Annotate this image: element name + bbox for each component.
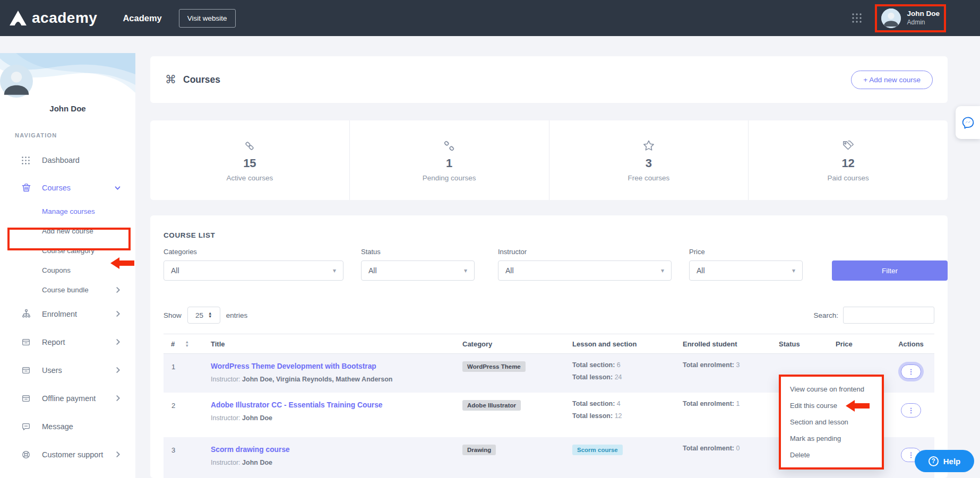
row-context-menu: View course on frontend Edit this course… (779, 375, 884, 470)
sidebar-menu: Dashboard Courses Manage courses Add new… (0, 146, 135, 468)
table-header-row: # ▴▾ Title Category Lesson and section E… (164, 334, 934, 354)
add-new-course-button[interactable]: + Add new course (851, 71, 933, 89)
stat-label: Pending courses (423, 174, 476, 182)
sidebar-avatar (0, 65, 135, 98)
stat-label: Active courses (226, 174, 273, 182)
sidebar-item-course-bundle[interactable]: Course bundle (0, 280, 135, 300)
sidebar-item-courses[interactable]: Courses (0, 174, 135, 202)
filter-instructor: Instructor All ▾ (498, 248, 672, 281)
sidebar-item-label: Enrolment (42, 310, 77, 318)
stat-free-courses: 3 Free courses (549, 120, 749, 200)
category-badge: Adobe Illustrator (462, 400, 521, 411)
stats-card: 15 Active courses 1 Pending courses 3 Fr… (150, 120, 948, 200)
sort-icon[interactable]: ▴▾ (186, 340, 188, 347)
sidebar-item-offline-payment[interactable]: Offline payment (0, 384, 135, 412)
help-button[interactable]: ? Help (915, 450, 974, 472)
row-actions-button[interactable]: ⋮ (901, 364, 921, 379)
page-size-select[interactable]: 25 ▲▼ (187, 307, 220, 324)
col-header-category: Category (462, 340, 572, 348)
courses-basket-icon (21, 183, 32, 193)
filter-label: Categories (164, 248, 343, 256)
chevron-right-icon (116, 395, 121, 401)
dots-vertical-icon: ⋮ (908, 451, 915, 459)
archive-box-icon (21, 337, 32, 347)
sidebar-item-label: Report (42, 338, 65, 346)
filter-label: Status (361, 248, 475, 256)
visit-website-button[interactable]: Visit website (179, 9, 236, 28)
stepper-icon: ▲▼ (208, 312, 212, 319)
chevron-right-icon (116, 311, 121, 317)
filter-categories: Categories All ▾ (164, 248, 343, 281)
price-select[interactable]: All ▾ (689, 260, 803, 281)
dashboard-icon (21, 156, 32, 165)
apps-grid-icon[interactable] (852, 13, 862, 23)
submenu-item-label: Add new course (42, 227, 93, 235)
stat-value: 3 (646, 157, 652, 170)
sidebar-item-enrolment[interactable]: Enrolment (0, 300, 135, 328)
sidebar-item-coupons[interactable]: Coupons (0, 260, 135, 280)
site-name: Academy (123, 13, 161, 23)
filter-price: Price All ▾ (689, 248, 803, 281)
user-menu[interactable]: John Doe Admin (875, 4, 946, 32)
categories-select[interactable]: All ▾ (164, 260, 343, 281)
category-badge: Drawing (462, 445, 496, 455)
sidebar-item-manage-courses[interactable]: Manage courses (0, 202, 135, 221)
archive-box-icon (21, 394, 32, 403)
sidebar-item-label: Offline payment (42, 394, 96, 403)
menu-item-delete[interactable]: Delete (781, 447, 882, 463)
search-input[interactable] (843, 307, 934, 324)
sidebar-item-dashboard[interactable]: Dashboard (0, 146, 135, 174)
row-actions-button[interactable]: ⋮ (901, 403, 921, 418)
chevron-right-icon (116, 451, 121, 457)
annotation-arrow-edit-course (846, 400, 870, 412)
enrolled-cell: Total enrolment: 1 (683, 400, 779, 407)
filter-button[interactable]: Filter (832, 260, 948, 281)
sidebar-item-course-category[interactable]: Course category (0, 241, 135, 260)
row-number: 2 (164, 400, 211, 410)
sidebar-item-users[interactable]: Users (0, 356, 135, 384)
menu-item-section-lesson[interactable]: Section and lesson (781, 414, 882, 430)
col-header-title: Title (211, 340, 462, 348)
show-label: Show (164, 311, 182, 319)
chevron-right-icon (116, 287, 121, 293)
menu-item-edit-course[interactable]: Edit this course (781, 397, 882, 414)
sidebar: John Doe NAVIGATION Dashboard Courses (0, 53, 135, 478)
command-icon: ⌘ (165, 73, 176, 86)
sidebar-item-customer-support[interactable]: Customer support (0, 440, 135, 468)
dots-vertical-icon: ⋮ (908, 406, 915, 414)
academy-logo-icon (8, 10, 28, 26)
sidebar-item-message[interactable]: Message (0, 412, 135, 440)
stat-value: 12 (841, 157, 854, 170)
stat-label: Paid courses (828, 174, 869, 182)
menu-item-view-course[interactable]: View course on frontend (781, 381, 882, 397)
course-title-link[interactable]: WordPress Theme Development with Bootstr… (211, 362, 376, 370)
course-title-link[interactable]: Scorm drawing course (211, 446, 290, 454)
category-badge: WordPress Theme (462, 361, 526, 372)
stat-paid-courses: 12 Paid courses (749, 120, 948, 200)
sidebar-item-label: Courses (42, 184, 71, 192)
question-mark-icon: ? (929, 456, 939, 466)
course-title-link[interactable]: Adobe Illustrator CC - Essentials Traini… (211, 401, 383, 409)
instructor-line: Instructor: John Doe (211, 459, 462, 466)
col-header-price: Price (836, 340, 888, 348)
sidebar-item-add-new-course[interactable]: Add new course (0, 221, 135, 241)
menu-item-mark-pending[interactable]: Mark as pending (781, 430, 882, 447)
message-icon (21, 422, 32, 431)
user-name: John Doe (907, 10, 940, 19)
page-title: ⌘ Courses (165, 73, 220, 86)
sidebar-item-report[interactable]: Report (0, 328, 135, 356)
sidebar-item-label: Message (42, 422, 73, 431)
page-header-card: ⌘ Courses + Add new course (150, 56, 948, 103)
messenger-tab[interactable] (956, 106, 980, 139)
instructor-select[interactable]: All ▾ (498, 260, 672, 281)
user-role: Admin (907, 19, 940, 27)
instructor-line: Instructor: John Doe (211, 414, 462, 422)
nav-heading: NAVIGATION (15, 132, 135, 138)
search-label: Search: (813, 311, 838, 319)
status-select[interactable]: All ▾ (361, 260, 475, 281)
col-header-status: Status (779, 340, 836, 348)
stat-label: Free courses (627, 174, 669, 182)
archive-box-icon (21, 366, 32, 375)
chevron-right-icon (116, 339, 121, 345)
sitemap-icon (21, 309, 32, 319)
